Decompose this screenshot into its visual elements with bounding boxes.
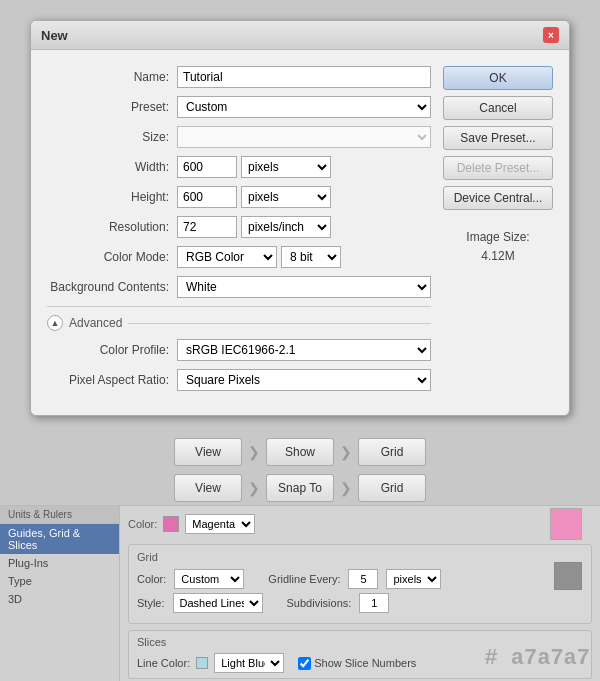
pixel-aspect-row: Pixel Aspect Ratio: Square Pixels <box>47 369 431 391</box>
color-mode-label: Color Mode: <box>47 250 177 264</box>
height-input[interactable] <box>177 186 237 208</box>
resolution-input[interactable] <box>177 216 237 238</box>
name-row: Name: <box>47 66 431 88</box>
show-button[interactable]: Show <box>266 438 334 466</box>
bg-contents-select[interactable]: White <box>177 276 431 298</box>
pink-color-swatch <box>550 508 582 540</box>
size-label: Size: <box>47 130 177 144</box>
dialog-titlebar: New × <box>31 21 569 50</box>
cancel-button[interactable]: Cancel <box>443 96 553 120</box>
arrow-icon-4: ❯ <box>340 480 352 496</box>
bit-depth-select[interactable]: 8 bit <box>281 246 341 268</box>
grid-color-row: Color: Custom Gridline Every: pixels <box>137 569 583 589</box>
grid-button-1[interactable]: Grid <box>358 438 426 466</box>
width-label: Width: <box>47 160 177 174</box>
save-preset-button[interactable]: Save Preset... <box>443 126 553 150</box>
bg-contents-label: Background Contents: <box>47 280 177 294</box>
light-blue-swatch <box>196 657 208 669</box>
color-mode-select[interactable]: RGB Color <box>177 246 277 268</box>
snap-to-button[interactable]: Snap To <box>266 474 334 502</box>
pixel-aspect-label: Pixel Aspect Ratio: <box>47 373 177 387</box>
grid-section: Grid Color: Custom Gridline Every: pixel… <box>128 544 592 624</box>
gridline-label: Gridline Every: <box>268 573 340 585</box>
image-size-label: Image Size: <box>443 228 553 247</box>
sidebar-item-guides[interactable]: Guides, Grid & Slices <box>0 524 119 554</box>
show-numbers-checkbox[interactable] <box>298 657 311 670</box>
line-color-label: Line Color: <box>137 657 190 669</box>
toolbar-row-1: View ❯ Show ❯ Grid <box>0 438 600 466</box>
grid-style-row: Style: Dashed Lines Subdivisions: <box>137 593 583 613</box>
advanced-label: Advanced <box>69 316 122 330</box>
grid-color-label: Color: <box>137 573 166 585</box>
style-select[interactable]: Dashed Lines <box>173 593 263 613</box>
resolution-unit-select[interactable]: pixels/inch <box>241 216 331 238</box>
sidebar-item-type[interactable]: Type <box>0 572 119 590</box>
device-central-button[interactable]: Device Central... <box>443 186 553 210</box>
advanced-section: ▲ Advanced Color Profile: sRGB IEC61966-… <box>47 306 431 391</box>
size-row: Size: <box>47 126 431 148</box>
name-input[interactable] <box>177 66 431 88</box>
arrow-icon-1: ❯ <box>248 444 260 460</box>
color-mode-row: Color Mode: RGB Color 8 bit <box>47 246 431 268</box>
width-unit-select[interactable]: pixels <box>241 156 331 178</box>
hex-badge: # a7a7a7 <box>484 646 590 671</box>
dialog-form: Name: Preset: Custom Size: Width: <box>47 66 431 399</box>
color-profile-label: Color Profile: <box>47 343 177 357</box>
color-profile-row: Color Profile: sRGB IEC61966-2.1 <box>47 339 431 361</box>
name-label: Name: <box>47 70 177 84</box>
height-row: Height: pixels <box>47 186 431 208</box>
grid-button-2[interactable]: Grid <box>358 474 426 502</box>
sidebar-item-plugins[interactable]: Plug-Ins <box>0 554 119 572</box>
view-button-1[interactable]: View <box>174 438 242 466</box>
close-button[interactable]: × <box>543 27 559 43</box>
settings-sidebar: Units & Rulers Guides, Grid & Slices Plu… <box>0 506 120 681</box>
guides-color-select[interactable]: Magenta <box>185 514 255 534</box>
gridline-input[interactable] <box>348 569 378 589</box>
dialog-body: Name: Preset: Custom Size: Width: <box>31 50 569 415</box>
size-select[interactable] <box>177 126 431 148</box>
height-unit-select[interactable]: pixels <box>241 186 331 208</box>
arrow-icon-2: ❯ <box>340 444 352 460</box>
advanced-divider <box>128 323 431 324</box>
width-row: Width: pixels <box>47 156 431 178</box>
resolution-label: Resolution: <box>47 220 177 234</box>
preset-select[interactable]: Custom <box>177 96 431 118</box>
image-size-value: 4.12M <box>443 247 553 266</box>
guides-color-label: Color: <box>128 518 157 530</box>
ok-button[interactable]: OK <box>443 66 553 90</box>
preset-label: Preset: <box>47 100 177 114</box>
sidebar-header: Units & Rulers <box>0 506 119 524</box>
toolbar-row-2: View ❯ Snap To ❯ Grid <box>0 474 600 502</box>
subdivisions-input[interactable] <box>359 593 389 613</box>
dialog-title: New <box>41 28 68 43</box>
pixel-aspect-select[interactable]: Square Pixels <box>177 369 431 391</box>
preset-row: Preset: Custom <box>47 96 431 118</box>
gray-color-swatch <box>554 562 582 590</box>
arrow-icon-3: ❯ <box>248 480 260 496</box>
grid-color-select[interactable]: Custom <box>174 569 244 589</box>
line-color-select[interactable]: Light Blue <box>214 653 284 673</box>
dialog-buttons: OK Cancel Save Preset... Delete Preset..… <box>443 66 553 399</box>
resolution-row: Resolution: pixels/inch <box>47 216 431 238</box>
sidebar-item-3d[interactable]: 3D <box>0 590 119 608</box>
delete-preset-button: Delete Preset... <box>443 156 553 180</box>
bg-contents-row: Background Contents: White <box>47 276 431 298</box>
image-size-area: Image Size: 4.12M <box>443 228 553 266</box>
subdivisions-label: Subdivisions: <box>287 597 352 609</box>
view-button-2[interactable]: View <box>174 474 242 502</box>
style-label: Style: <box>137 597 165 609</box>
advanced-header: ▲ Advanced <box>47 315 431 331</box>
advanced-toggle[interactable]: ▲ <box>47 315 63 331</box>
gridline-unit-select[interactable]: pixels <box>386 569 441 589</box>
bottom-section: View ❯ Show ❯ Grid View ❯ Snap To ❯ Grid <box>0 430 600 506</box>
grid-title: Grid <box>137 551 583 563</box>
show-numbers-checkbox-label: Show Slice Numbers <box>298 657 416 670</box>
magenta-swatch <box>163 516 179 532</box>
color-row: Color: Magenta <box>128 514 592 534</box>
new-dialog: New × Name: Preset: Custom Size: <box>30 20 570 416</box>
width-input[interactable] <box>177 156 237 178</box>
height-label: Height: <box>47 190 177 204</box>
color-profile-select[interactable]: sRGB IEC61966-2.1 <box>177 339 431 361</box>
show-numbers-label: Show Slice Numbers <box>314 657 416 669</box>
